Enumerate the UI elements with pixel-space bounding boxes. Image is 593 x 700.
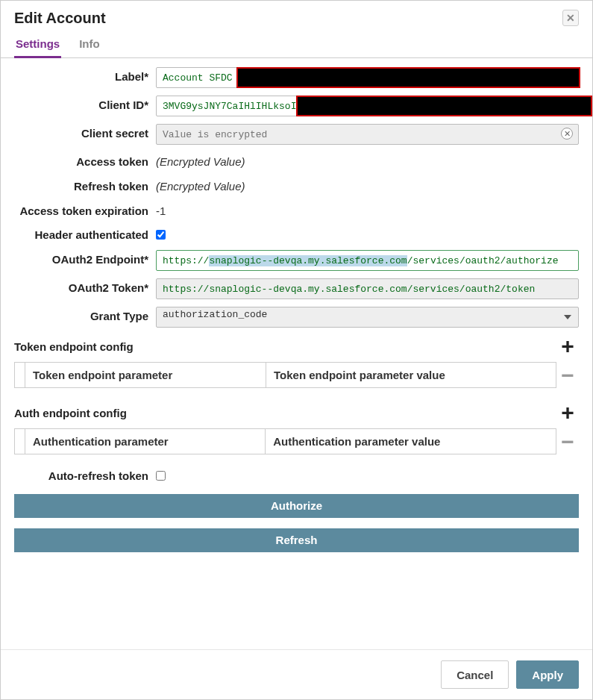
auth-col1-header: Authentication parameter: [25, 429, 266, 454]
token-config-table: Token endpoint parameter Token endpoint …: [14, 362, 556, 388]
token-col1-header: Token endpoint parameter: [25, 363, 266, 388]
grant-type-label: Grant Type: [14, 307, 156, 324]
auth-col2-header: Authentication parameter value: [266, 429, 556, 454]
dialog-title: Edit Account: [14, 10, 106, 27]
dialog-header: Edit Account ✕: [1, 1, 592, 33]
redacted-block: [236, 67, 580, 88]
header-auth-checkbox[interactable]: [156, 230, 166, 240]
clear-icon[interactable]: ✕: [561, 128, 573, 140]
auto-refresh-label: Auto-refresh token: [14, 466, 156, 484]
grant-type-select[interactable]: authorization_code: [156, 307, 579, 328]
oauth2-endpoint-label: OAuth2 Endpoint*: [14, 250, 156, 267]
access-token-exp-label: Access token expiration: [14, 201, 156, 219]
header-auth-label: Header authenticated: [14, 225, 156, 243]
auto-refresh-checkbox[interactable]: [156, 471, 166, 481]
auth-config-table: Authentication parameter Authentication …: [14, 428, 556, 454]
refresh-token-value: (Encrypted Value): [156, 177, 579, 193]
oauth2-token-input[interactable]: [156, 278, 579, 299]
authorize-button[interactable]: Authorize: [14, 494, 579, 518]
refresh-button[interactable]: Refresh: [14, 528, 579, 552]
cancel-button[interactable]: Cancel: [441, 660, 509, 689]
oauth2-token-label: OAuth2 Token*: [14, 278, 156, 296]
client-secret-input[interactable]: [156, 124, 579, 145]
token-config-title: Token endpoint config +: [14, 335, 579, 357]
tab-settings[interactable]: Settings: [14, 33, 61, 58]
apply-button[interactable]: Apply: [516, 660, 579, 689]
remove-icon[interactable]: −: [556, 431, 579, 453]
token-col2-header: Token endpoint parameter value: [266, 363, 556, 388]
access-token-value: (Encrypted Value): [156, 152, 579, 168]
access-token-exp-value: -1: [156, 201, 579, 217]
oauth2-endpoint-input[interactable]: https://snaplogic--devqa.my.salesforce.c…: [156, 250, 579, 271]
client-secret-label: Client secret: [14, 124, 156, 141]
client-id-label: Client ID*: [14, 96, 156, 113]
dialog-footer: Cancel Apply: [1, 649, 592, 699]
tab-info[interactable]: Info: [78, 33, 101, 58]
refresh-token-label: Refresh token: [14, 177, 156, 194]
access-token-label: Access token: [14, 152, 156, 169]
remove-icon[interactable]: −: [556, 364, 579, 387]
edit-account-dialog: Edit Account ✕ Settings Info Label* Clie…: [0, 0, 593, 700]
add-icon[interactable]: +: [556, 401, 579, 424]
form-body: Label* Client ID* Client secret ✕ Access…: [1, 58, 592, 649]
redacted-block: [296, 96, 592, 116]
close-icon[interactable]: ✕: [562, 10, 579, 26]
label-label: Label*: [14, 67, 156, 84]
auth-config-title: Auth endpoint config +: [14, 401, 579, 424]
add-icon[interactable]: +: [556, 335, 579, 357]
tab-bar: Settings Info: [1, 33, 592, 58]
